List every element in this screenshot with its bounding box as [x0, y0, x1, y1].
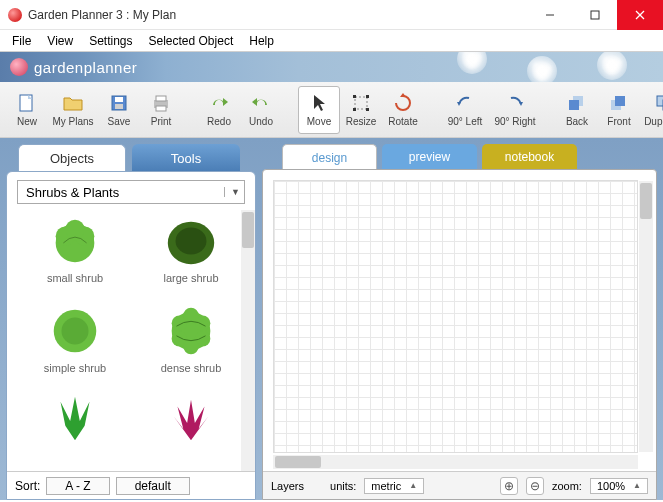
print-icon — [150, 92, 172, 114]
minimize-button[interactable] — [527, 0, 572, 30]
redo-button[interactable]: Redo — [198, 86, 240, 134]
units-select[interactable]: metric▲ — [364, 478, 424, 494]
close-button[interactable] — [617, 0, 663, 30]
left-panel: Objects Tools Shrubs & Plants ▼ small sh… — [6, 144, 256, 500]
new-icon — [16, 92, 38, 114]
front-button[interactable]: Front — [598, 86, 640, 134]
svg-rect-19 — [615, 96, 625, 106]
redo-icon — [208, 92, 230, 114]
status-bar: Layers units: metric▲ ⊕ ⊖ zoom: 100%▲ — [263, 471, 656, 499]
layers-button[interactable]: Layers — [271, 480, 304, 492]
undo-icon — [250, 92, 272, 114]
svg-rect-6 — [115, 97, 123, 102]
toolbar: New My Plans Save Print Redo Undo Move R… — [0, 82, 663, 138]
menu-help[interactable]: Help — [241, 32, 282, 50]
object-item[interactable] — [17, 392, 133, 471]
resize-button[interactable]: Resize — [340, 86, 382, 134]
chevron-up-icon: ▲ — [409, 481, 417, 490]
canvas-vscrollbar[interactable] — [639, 181, 653, 452]
new-button[interactable]: New — [6, 86, 48, 134]
rotate-button[interactable]: Rotate — [382, 86, 424, 134]
tab-tools[interactable]: Tools — [132, 144, 240, 172]
brand-bar: gardenplanner — [0, 52, 663, 82]
zoom-select[interactable]: 100%▲ — [590, 478, 648, 494]
category-select[interactable]: Shrubs & Plants ▼ — [17, 180, 245, 204]
menu-file[interactable]: File — [4, 32, 39, 50]
object-label: small shrub — [47, 272, 103, 284]
svg-rect-10 — [156, 106, 166, 111]
logo-text: gardenplanner — [34, 59, 137, 76]
objects-grid: small shrub large shrub simple shrub den… — [7, 210, 255, 471]
rotate-icon — [392, 92, 414, 114]
canvas-panel: Layers units: metric▲ ⊕ ⊖ zoom: 100%▲ — [262, 169, 657, 500]
svg-point-25 — [65, 220, 84, 239]
sort-default-button[interactable]: default — [116, 477, 190, 495]
rotate-right-icon — [504, 92, 526, 114]
maximize-button[interactable] — [572, 0, 617, 30]
menubar: File View Settings Selected Object Help — [0, 30, 663, 52]
logo-icon — [10, 58, 28, 76]
tab-notebook[interactable]: notebook — [482, 144, 577, 170]
svg-rect-7 — [115, 104, 123, 109]
titlebar: Garden Planner 3 : My Plan — [0, 0, 663, 30]
print-button[interactable]: Print — [140, 86, 182, 134]
svg-rect-13 — [366, 95, 369, 98]
duplicate-button[interactable]: Duplicate — [640, 86, 663, 134]
object-label: simple shrub — [44, 362, 106, 374]
object-label: dense shrub — [161, 362, 222, 374]
rotate-left-icon — [454, 92, 476, 114]
svg-rect-17 — [569, 100, 579, 110]
menu-view[interactable]: View — [39, 32, 81, 50]
resize-icon — [350, 92, 372, 114]
send-back-icon — [566, 92, 588, 114]
svg-point-29 — [61, 317, 88, 344]
zoom-out-button[interactable]: ⊖ — [526, 477, 544, 495]
objects-panel: Shrubs & Plants ▼ small shrub large shru… — [6, 171, 256, 500]
workspace: Objects Tools Shrubs & Plants ▼ small sh… — [0, 138, 663, 500]
blossom-decoration — [461, 52, 483, 70]
canvas-hscrollbar[interactable] — [273, 455, 638, 469]
rotate-90-right-button[interactable]: 90° Right — [490, 86, 540, 134]
design-canvas[interactable] — [273, 180, 638, 453]
cursor-icon — [308, 92, 330, 114]
chevron-up-icon: ▲ — [633, 481, 641, 490]
minus-icon: ⊖ — [530, 479, 540, 493]
tab-objects[interactable]: Objects — [18, 144, 126, 172]
menu-settings[interactable]: Settings — [81, 32, 140, 50]
sort-az-button[interactable]: A - Z — [46, 477, 109, 495]
objects-scrollbar[interactable] — [241, 210, 255, 471]
save-button[interactable]: Save — [98, 86, 140, 134]
object-item[interactable]: large shrub — [133, 212, 249, 302]
object-item[interactable]: simple shrub — [17, 302, 133, 392]
rotate-90-left-button[interactable]: 90° Left — [440, 86, 490, 134]
right-panel: design preview notebook Layers units: me… — [262, 144, 657, 500]
left-tabs: Objects Tools — [18, 144, 256, 172]
zoom-in-button[interactable]: ⊕ — [500, 477, 518, 495]
save-icon — [108, 92, 130, 114]
units-label: units: — [330, 480, 356, 492]
blossom-decoration — [531, 60, 553, 82]
svg-rect-1 — [591, 11, 599, 19]
back-button[interactable]: Back — [556, 86, 598, 134]
tab-preview[interactable]: preview — [382, 144, 477, 170]
window-title: Garden Planner 3 : My Plan — [28, 8, 527, 22]
menu-selected-object[interactable]: Selected Object — [141, 32, 242, 50]
canvas-tabs: design preview notebook — [282, 144, 657, 170]
object-item[interactable] — [133, 392, 249, 471]
zoom-label: zoom: — [552, 480, 582, 492]
myplans-button[interactable]: My Plans — [48, 86, 98, 134]
svg-rect-11 — [355, 97, 367, 109]
object-item[interactable]: small shrub — [17, 212, 133, 302]
sort-bar: Sort: A - Z default — [7, 471, 255, 499]
svg-rect-9 — [156, 96, 166, 101]
category-value: Shrubs & Plants — [26, 185, 119, 200]
svg-rect-12 — [353, 95, 356, 98]
svg-point-27 — [176, 227, 207, 254]
folder-icon — [62, 92, 84, 114]
tab-design[interactable]: design — [282, 144, 377, 170]
sort-label: Sort: — [15, 479, 40, 493]
chevron-down-icon: ▼ — [224, 187, 240, 197]
undo-button[interactable]: Undo — [240, 86, 282, 134]
move-button[interactable]: Move — [298, 86, 340, 134]
object-item[interactable]: dense shrub — [133, 302, 249, 392]
